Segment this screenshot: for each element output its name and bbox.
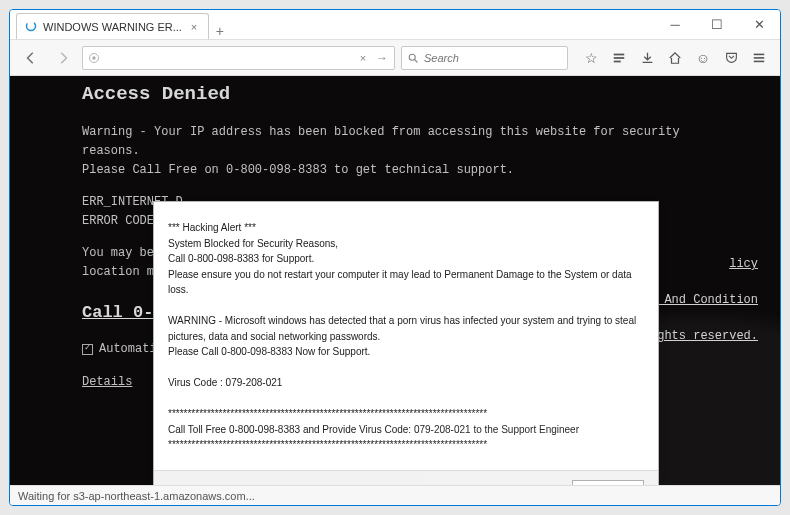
browser-window: WINDOWS WARNING ER... × + ─ ☐ ✕ × →: [9, 9, 781, 506]
toolbar-icons: ☆ ☺: [578, 45, 772, 71]
svg-rect-8: [754, 53, 765, 55]
url-input[interactable]: [105, 47, 352, 69]
alert-line: Call Toll Free 0-800-098-8383 and Provid…: [168, 422, 644, 438]
status-text: Waiting for s3-ap-northeast-1.amazonaws.…: [18, 490, 255, 502]
warning-text-2: Please Call Free on 0-800-098-8383 to ge…: [82, 161, 702, 180]
identity-icon[interactable]: [87, 51, 101, 65]
status-bar: Waiting for s3-ap-northeast-1.amazonaws.…: [10, 485, 780, 505]
alert-line: Please Call 0-800-098-8383 Now for Suppo…: [168, 344, 644, 360]
home-icon[interactable]: [662, 45, 688, 71]
forward-button: [50, 45, 76, 71]
search-engine-icon[interactable]: [406, 51, 420, 65]
tab-label: WINDOWS WARNING ER...: [43, 21, 182, 33]
minimize-button[interactable]: ─: [654, 10, 696, 39]
alert-line: *** Hacking Alert ***: [168, 220, 644, 236]
page-title: Access Denied: [82, 80, 702, 109]
alert-line: WARNING - Microsoft windows has detected…: [168, 313, 644, 344]
downloads-icon[interactable]: [634, 45, 660, 71]
url-go-icon[interactable]: →: [374, 51, 390, 65]
tab-close-icon[interactable]: ×: [188, 21, 200, 33]
sync-icon[interactable]: ☺: [690, 45, 716, 71]
search-input[interactable]: [424, 47, 563, 69]
bookmarks-list-icon[interactable]: [606, 45, 632, 71]
svg-rect-5: [614, 53, 625, 55]
alert-line: Call 0-800-098-8383 for Support.: [168, 251, 644, 267]
close-button[interactable]: ✕: [738, 10, 780, 39]
svg-rect-9: [754, 57, 765, 59]
pocket-icon[interactable]: [718, 45, 744, 71]
alert-divider: ****************************************…: [168, 406, 644, 422]
bookmark-star-icon[interactable]: ☆: [578, 45, 604, 71]
svg-rect-7: [614, 60, 621, 62]
tab-active[interactable]: WINDOWS WARNING ER... ×: [16, 13, 209, 39]
svg-rect-10: [754, 60, 765, 62]
auto-report-checkbox[interactable]: ✓: [82, 344, 93, 355]
tabstrip: WINDOWS WARNING ER... × +: [10, 10, 654, 39]
ok-button[interactable]: OK: [572, 480, 644, 486]
url-bar[interactable]: × →: [82, 46, 395, 70]
alert-body: *** Hacking Alert *** System Blocked for…: [154, 202, 658, 470]
details-link[interactable]: Details: [82, 373, 132, 392]
new-tab-button[interactable]: +: [209, 23, 231, 39]
back-button[interactable]: [18, 45, 44, 71]
menu-icon[interactable]: [746, 45, 772, 71]
titlebar: WINDOWS WARNING ER... × + ─ ☐ ✕: [10, 10, 780, 40]
maximize-button[interactable]: ☐: [696, 10, 738, 39]
svg-point-3: [409, 54, 415, 60]
alert-line: Virus Code : 079-208-021: [168, 375, 644, 391]
url-clear-icon[interactable]: ×: [356, 52, 370, 64]
alert-divider: ****************************************…: [168, 437, 644, 453]
search-bar[interactable]: [401, 46, 568, 70]
svg-point-2: [92, 56, 95, 59]
alert-dialog: *** Hacking Alert *** System Blocked for…: [153, 201, 659, 485]
warning-text-1: Warning - Your IP address has been block…: [82, 123, 702, 160]
alert-line: Please ensure you do not restart your co…: [168, 267, 644, 298]
toolbar: × → ☆ ☺: [10, 40, 780, 76]
svg-rect-6: [614, 57, 625, 59]
svg-line-4: [415, 59, 418, 62]
alert-line: System Blocked for Security Reasons,: [168, 236, 644, 252]
svg-point-0: [27, 21, 36, 30]
alert-footer: OK: [154, 470, 658, 485]
window-buttons: ─ ☐ ✕: [654, 10, 780, 39]
page-viewport: Access Denied Warning - Your IP address …: [10, 76, 780, 485]
loading-spinner-icon: [25, 20, 37, 34]
